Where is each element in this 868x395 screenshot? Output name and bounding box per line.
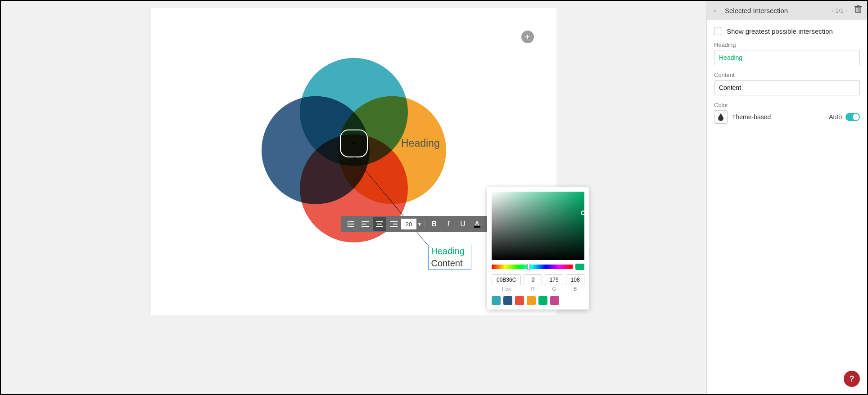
color-row: Theme-based Auto — [714, 110, 860, 124]
color-saturation-area[interactable] — [492, 192, 584, 260]
r-label: R — [524, 286, 542, 292]
swatch-orange[interactable] — [527, 296, 536, 305]
hue-handle[interactable] — [527, 264, 530, 270]
r-input[interactable] — [524, 274, 542, 285]
align-center-button[interactable] — [373, 217, 386, 231]
heading-field-label: Heading — [714, 41, 860, 48]
toolbar-separator — [425, 219, 425, 229]
auto-label: Auto — [829, 113, 842, 121]
bullets-button[interactable] — [344, 217, 357, 231]
auto-toggle[interactable] — [845, 113, 860, 121]
callout-content[interactable]: Content — [429, 257, 471, 269]
sidebar: ← Selected Intersection ‹ 1/1 › — [706, 1, 867, 394]
svg-point-0 — [348, 221, 349, 223]
swatch-magenta[interactable] — [550, 296, 559, 305]
svg-rect-12 — [390, 221, 398, 222]
text-color-icon: A — [473, 220, 481, 228]
color-swatch-button[interactable] — [714, 110, 728, 124]
svg-rect-7 — [362, 224, 366, 224]
font-size-dropdown-icon[interactable]: ▼ — [416, 222, 423, 227]
show-greatest-row: Show greatest possible intersection — [714, 27, 860, 35]
trash-icon — [854, 5, 862, 13]
color-preview-swatch — [575, 264, 584, 270]
callout-box[interactable]: Heading Content — [428, 245, 471, 270]
color-picker-popover: Hex R G B — [487, 187, 589, 310]
svg-point-2 — [348, 224, 349, 225]
svg-rect-19 — [857, 5, 859, 6]
help-button[interactable]: ? — [844, 371, 860, 387]
sidebar-body: Show greatest possible intersection Head… — [707, 20, 867, 131]
underline-button[interactable]: U — [456, 217, 470, 231]
canvas-area: + He — [1, 1, 706, 394]
color-swatch-row — [492, 296, 584, 305]
svg-rect-9 — [376, 221, 383, 222]
content-input[interactable] — [714, 80, 860, 95]
color-hue-slider[interactable] — [492, 265, 573, 269]
svg-rect-3 — [349, 224, 354, 224]
pager-prev[interactable]: ‹ — [832, 7, 833, 14]
text-color-button[interactable]: A — [470, 217, 484, 231]
show-greatest-checkbox[interactable] — [714, 27, 722, 35]
g-label: G — [545, 286, 563, 292]
swatch-green[interactable] — [538, 296, 547, 305]
swatch-red[interactable] — [515, 296, 524, 305]
swatch-navy[interactable] — [503, 296, 512, 305]
svg-rect-16 — [474, 226, 480, 228]
svg-point-4 — [348, 226, 349, 227]
svg-rect-5 — [349, 226, 354, 227]
heading-input[interactable] — [714, 50, 860, 65]
droplet-icon — [718, 113, 724, 121]
hex-label: Hex — [492, 286, 521, 292]
svg-rect-6 — [362, 221, 369, 222]
svg-rect-13 — [393, 224, 398, 224]
sidebar-title: Selected Intersection — [725, 7, 828, 14]
color-field-label: Color — [714, 102, 860, 108]
italic-button[interactable]: I — [442, 217, 455, 231]
font-size-input[interactable] — [401, 219, 416, 229]
app-root: + He — [0, 0, 868, 395]
svg-rect-8 — [362, 226, 369, 227]
align-right-button[interactable] — [387, 217, 401, 231]
delete-button[interactable] — [854, 5, 862, 15]
svg-rect-14 — [390, 226, 398, 227]
hex-input[interactable] — [492, 274, 521, 285]
svg-rect-10 — [377, 224, 382, 224]
show-greatest-label: Show greatest possible intersection — [727, 27, 833, 35]
venn-right-label[interactable]: Heading — [401, 137, 440, 149]
pager: ‹ 1/1 › — [832, 7, 847, 14]
svg-rect-18 — [854, 6, 862, 7]
color-mode-label: Theme-based — [732, 113, 771, 121]
svg-rect-1 — [349, 221, 354, 222]
b-input[interactable] — [566, 274, 584, 285]
plus-icon: + — [525, 32, 530, 42]
content-field-label: Content — [714, 72, 860, 78]
bold-button[interactable]: B — [427, 217, 441, 231]
pager-label: 1/1 — [836, 7, 844, 14]
b-label: B — [566, 286, 584, 292]
align-left-button[interactable] — [358, 217, 372, 231]
callout-heading[interactable]: Heading — [429, 245, 471, 257]
help-icon: ? — [850, 374, 854, 384]
sidebar-header: ← Selected Intersection ‹ 1/1 › — [707, 1, 867, 20]
svg-text:A: A — [475, 220, 479, 227]
intersection-anchor — [353, 142, 355, 144]
g-input[interactable] — [545, 274, 563, 285]
pager-next[interactable]: › — [845, 7, 847, 14]
venn-circle-d[interactable] — [262, 96, 370, 204]
color-marker[interactable] — [581, 211, 585, 215]
svg-rect-11 — [376, 226, 383, 227]
text-toolbar: ▼ B I U A — [341, 216, 487, 232]
swatch-teal[interactable] — [492, 296, 501, 305]
add-button[interactable]: + — [521, 31, 534, 43]
back-button[interactable]: ← — [712, 5, 721, 16]
